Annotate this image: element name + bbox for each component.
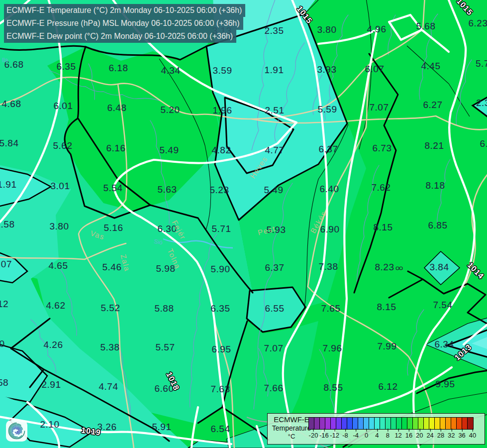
legend-color-cell — [468, 418, 473, 429]
legend-color-cell — [309, 418, 314, 429]
legend-tick-label: -20 — [309, 432, 318, 439]
legend-color-cell — [369, 418, 375, 429]
legend-color-cell — [391, 418, 396, 429]
map-header: ECMWF-E Temperature (°C) 2m Monday 06-10… — [4, 4, 245, 43]
legend-tick-label: 12 — [394, 432, 401, 439]
legend-color-cell — [462, 418, 468, 429]
legend-tick-label: -12 — [330, 432, 339, 439]
provider-logo[interactable] — [6, 420, 27, 442]
legend-color-cell — [402, 418, 407, 429]
legend-title: ECMWF-E Temperature °C — [270, 415, 313, 441]
legend-color-cell — [342, 418, 347, 429]
header-line-pressure: ECMWF-E Pressure (hPa) MSL Monday 06-10-… — [4, 17, 243, 30]
legend-color-cell — [418, 418, 424, 429]
weather-map-viewport: 3.132.353.804.965.686.236.686.356.184.34… — [0, 0, 487, 448]
legend-color-cell — [320, 418, 325, 429]
legend-color-cell — [347, 418, 353, 429]
legend-tick-label: 4 — [375, 432, 379, 439]
legend-color-cell — [407, 418, 413, 429]
legend-tick-label: 24 — [426, 432, 433, 439]
legend-color-cell — [413, 418, 418, 429]
legend-color-cell — [396, 418, 402, 429]
legend-color-cell — [364, 418, 369, 429]
legend-color-cell — [424, 418, 429, 429]
legend-color-cell — [429, 418, 435, 429]
temperature-legend: ECMWF-E Temperature °C -20-16-12-8-40481… — [267, 413, 485, 445]
legend-color-cell — [375, 418, 380, 429]
legend-unit: °C — [270, 433, 313, 441]
legend-tick-label: 0 — [365, 432, 368, 439]
legend-color-cell — [435, 418, 440, 429]
legend-color-cell — [457, 418, 462, 429]
legend-color-cell — [314, 418, 320, 429]
legend-color-cell — [380, 418, 386, 429]
legend-colorbar — [308, 417, 474, 430]
legend-tick-label: -8 — [342, 432, 348, 439]
legend-tick-label: 20 — [416, 432, 423, 439]
legend-color-cell — [446, 418, 451, 429]
legend-color-cell — [336, 418, 342, 429]
legend-tick-label: 36 — [458, 432, 465, 439]
legend-model-name: ECMWF-E — [270, 415, 313, 424]
legend-tick-label: -16 — [319, 432, 329, 439]
legend-parameter: Temperature — [270, 424, 313, 433]
legend-color-cell — [353, 418, 358, 429]
legend-color-cell — [358, 418, 364, 429]
legend-color-cell — [451, 418, 457, 429]
legend-color-cell — [440, 418, 446, 429]
map-canvas[interactable] — [0, 0, 487, 448]
legend-color-cell — [386, 418, 391, 429]
legend-tick-label: 28 — [437, 432, 444, 439]
legend-tick-label: 16 — [405, 432, 412, 439]
legend-color-cell — [331, 418, 336, 429]
header-line-temperature: ECMWF-E Temperature (°C) 2m Monday 06-10… — [4, 4, 245, 17]
legend-tick-label: 32 — [448, 432, 455, 439]
legend-color-cell — [325, 418, 331, 429]
header-line-dewpoint: ECMWF-E Dew point (°C) 2m Monday 06-10-2… — [4, 30, 236, 43]
legend-tick-label: 8 — [386, 432, 390, 439]
legend-tick-label: 40 — [469, 432, 476, 439]
legend-tick-label: -4 — [353, 432, 359, 439]
